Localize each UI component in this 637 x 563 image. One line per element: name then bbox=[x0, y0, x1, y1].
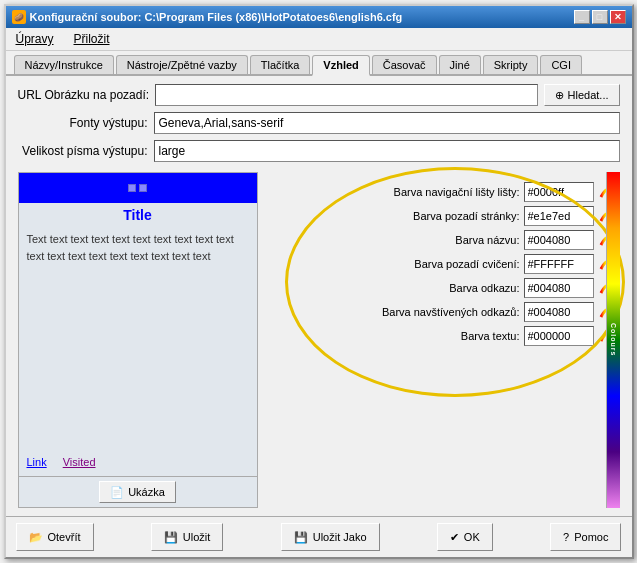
color-rows: Barva navigační lišty lišty: Barva pozad… bbox=[268, 172, 620, 346]
preview-links: Link Visited bbox=[19, 448, 257, 476]
ukázka-icon: 📄 bbox=[110, 486, 124, 499]
main-section: Title Text text text text text text text… bbox=[18, 172, 620, 508]
save-as-button[interactable]: 💾 Uložit Jako bbox=[281, 523, 380, 551]
size-label: Velikost písma výstupu: bbox=[18, 144, 148, 158]
preview-footer: 📄 Ukázka bbox=[19, 476, 257, 507]
tab-nastroje[interactable]: Nástroje/Zpětné vazby bbox=[116, 55, 248, 74]
color-label-5: Barva navštívených odkazů: bbox=[382, 306, 520, 318]
tab-vzhled[interactable]: Vzhled bbox=[312, 55, 369, 76]
close-button[interactable]: ✕ bbox=[610, 10, 626, 24]
tab-casovac[interactable]: Časovač bbox=[372, 55, 437, 74]
ukázka-label: Ukázka bbox=[128, 486, 165, 498]
color-input-5[interactable] bbox=[524, 302, 594, 322]
content-area: URL Obrázku na pozadí: ⊕ Hledat... Fonty… bbox=[6, 76, 632, 516]
preview-nav-bar bbox=[19, 173, 257, 203]
color-row-5: Barva navštívených odkazů: bbox=[268, 302, 620, 322]
preview-title: Title bbox=[19, 203, 257, 227]
visited-preview: Visited bbox=[63, 456, 96, 468]
size-input[interactable] bbox=[154, 140, 620, 162]
tab-skripty[interactable]: Skripty bbox=[483, 55, 539, 74]
color-row-0: Barva navigační lišty lišty: bbox=[268, 182, 620, 202]
color-label-6: Barva textu: bbox=[461, 330, 520, 342]
tab-cgi[interactable]: CGI bbox=[540, 55, 582, 74]
size-row: Velikost písma výstupu: bbox=[18, 140, 620, 162]
color-input-0[interactable] bbox=[524, 182, 594, 202]
app-icon: 🥔 bbox=[12, 10, 26, 24]
nav-dot-2 bbox=[139, 184, 147, 192]
color-label-4: Barva odkazu: bbox=[449, 282, 519, 294]
right-panel: Barva navigační lišty lišty: Barva pozad… bbox=[268, 172, 620, 508]
nav-dot-1 bbox=[128, 184, 136, 192]
link-preview: Link bbox=[27, 456, 47, 468]
color-row-4: Barva odkazu: bbox=[268, 278, 620, 298]
color-input-4[interactable] bbox=[524, 278, 594, 298]
color-row-2: Barva názvu: bbox=[268, 230, 620, 250]
tab-jine[interactable]: Jiné bbox=[439, 55, 481, 74]
url-input[interactable] bbox=[155, 84, 538, 106]
window-controls: _ □ ✕ bbox=[574, 10, 626, 24]
url-row: URL Obrázku na pozadí: ⊕ Hledat... bbox=[18, 84, 620, 106]
menu-upravy[interactable]: Úpravy bbox=[10, 30, 60, 48]
color-input-1[interactable] bbox=[524, 206, 594, 226]
color-label-2: Barva názvu: bbox=[455, 234, 519, 246]
menu-priložit[interactable]: Přiložit bbox=[68, 30, 116, 48]
preview-panel: Title Text text text text text text text… bbox=[18, 172, 258, 508]
ok-icon: ✔ bbox=[450, 531, 459, 544]
tabs-row: Názvy/Instrukce Nástroje/Zpětné vazby Tl… bbox=[6, 51, 632, 76]
font-input[interactable] bbox=[154, 112, 620, 134]
minimize-button[interactable]: _ bbox=[574, 10, 590, 24]
main-window: 🥔 Konfigurační soubor: C:\Program Files … bbox=[4, 4, 634, 559]
color-label-3: Barva pozadí cvičení: bbox=[414, 258, 519, 270]
font-row: Fonty výstupu: bbox=[18, 112, 620, 134]
ok-label: OK bbox=[464, 531, 480, 543]
color-row-6: Barva textu: bbox=[268, 326, 620, 346]
tab-tlacitka[interactable]: Tlačítka bbox=[250, 55, 311, 74]
help-icon: ? bbox=[563, 531, 569, 543]
color-label-1: Barva pozadí stránky: bbox=[413, 210, 519, 222]
window-title: Konfigurační soubor: C:\Program Files (x… bbox=[30, 11, 403, 23]
save-button[interactable]: 💾 Uložit bbox=[151, 523, 224, 551]
open-icon: 📂 bbox=[29, 531, 43, 544]
font-label: Fonty výstupu: bbox=[18, 116, 148, 130]
color-row-3: Barva pozadí cvičení: bbox=[268, 254, 620, 274]
save-label: Uložit bbox=[183, 531, 211, 543]
color-row-1: Barva pozadí stránky: bbox=[268, 206, 620, 226]
color-input-2[interactable] bbox=[524, 230, 594, 250]
open-label: Otevřít bbox=[48, 531, 81, 543]
color-input-3[interactable] bbox=[524, 254, 594, 274]
ok-button[interactable]: ✔ OK bbox=[437, 523, 493, 551]
save-as-icon: 💾 bbox=[294, 531, 308, 544]
colours-label: Colours bbox=[610, 323, 617, 356]
color-input-6[interactable] bbox=[524, 326, 594, 346]
colours-strip: Colours bbox=[606, 172, 620, 508]
menubar: Úpravy Přiložit bbox=[6, 28, 632, 51]
help-label: Pomoc bbox=[574, 531, 608, 543]
preview-body-text: Text text text text text text text text … bbox=[19, 227, 257, 268]
ukázka-button[interactable]: 📄 Ukázka bbox=[99, 481, 176, 503]
color-label-0: Barva navigační lišty lišty: bbox=[394, 186, 520, 198]
save-as-label: Uložit Jako bbox=[313, 531, 367, 543]
maximize-button[interactable]: □ bbox=[592, 10, 608, 24]
url-label: URL Obrázku na pozadí: bbox=[18, 88, 150, 102]
save-icon: 💾 bbox=[164, 531, 178, 544]
title-bar: 🥔 Konfigurační soubor: C:\Program Files … bbox=[6, 6, 632, 28]
bottom-bar: 📂 Otevřít 💾 Uložit 💾 Uložit Jako ✔ OK ? … bbox=[6, 516, 632, 557]
tab-nazvy[interactable]: Názvy/Instrukce bbox=[14, 55, 114, 74]
find-button[interactable]: ⊕ Hledat... bbox=[544, 84, 619, 106]
open-button[interactable]: 📂 Otevřít bbox=[16, 523, 94, 551]
help-button[interactable]: ? Pomoc bbox=[550, 523, 621, 551]
